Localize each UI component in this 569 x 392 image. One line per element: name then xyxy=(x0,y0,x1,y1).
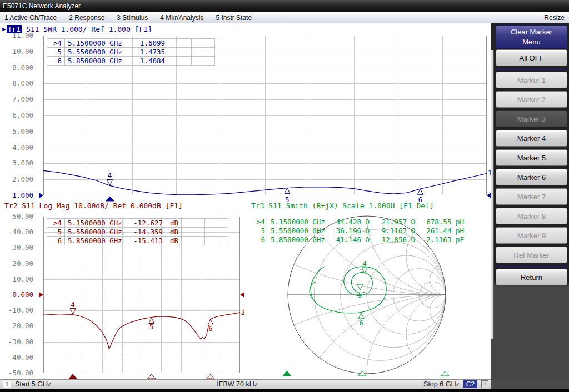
marker-cell-empty xyxy=(192,48,215,57)
axis-tick-label: 7.000 xyxy=(0,95,33,104)
marker-cell-empty xyxy=(182,228,205,237)
start-frequency-label[interactable]: Start 5 GHz xyxy=(15,380,51,388)
marker-cell: 9.1167 Ω xyxy=(372,226,418,235)
marker-cell-empty xyxy=(192,39,215,48)
softkey-marker-5[interactable]: Marker 5 xyxy=(496,149,567,166)
softkey-separator xyxy=(496,266,567,267)
marker-cell: 6 xyxy=(47,57,65,66)
marker-row: 65.8500000 GHz41.146 Ω-12.856 Ω2.1163 pF xyxy=(251,235,467,244)
marker-5: 5 xyxy=(357,284,363,299)
tr3-trace xyxy=(310,267,386,313)
marker-cell: 5.5500000 GHz xyxy=(65,48,129,57)
axis-tick-label: -20.00 xyxy=(0,321,33,330)
marker-cell-empty xyxy=(182,237,205,245)
svg-text:5: 5 xyxy=(149,323,153,331)
marker-cell-empty xyxy=(168,57,192,66)
stimulus-marker xyxy=(106,197,114,201)
marker-row: 65.8500000 GHz-15.413dB xyxy=(47,237,228,245)
window-bottom-edge xyxy=(0,389,569,392)
axis-tick-label: 30.00 xyxy=(0,243,33,252)
axis-tick-label: 1.000 xyxy=(0,191,33,200)
axis-tick-label: 2.000 xyxy=(0,175,33,184)
marker-cell: >4 xyxy=(251,217,268,226)
marker-cell: -15.413 xyxy=(129,237,166,245)
menu-resize[interactable]: Resize xyxy=(544,14,565,22)
ref-level-arrow-right xyxy=(487,193,491,198)
menu-bar: 1 Active Ch/Trace2 Response3 Stimulus4 M… xyxy=(0,12,569,23)
softkey-marker-6[interactable]: Marker 6 xyxy=(496,169,567,185)
axis-tick-label: -10.00 xyxy=(0,306,33,315)
marker-cell-empty xyxy=(168,39,192,48)
softkey-marker-4[interactable]: Marker 4 xyxy=(496,130,567,147)
svg-text:6: 6 xyxy=(359,319,363,327)
tr3-marker-table: >45.1500000 GHz44.420 Ω21.957 Ω678.55 pH… xyxy=(251,217,467,244)
marker-cell: 1.4735 xyxy=(129,48,168,57)
marker-6: 6 xyxy=(358,313,364,327)
marker-row: >45.1500000 GHz1.6099 xyxy=(47,39,215,48)
marker-cell-empty xyxy=(182,219,205,228)
softkey-marker-3[interactable]: Marker 3 xyxy=(496,110,567,127)
stimulus-marker xyxy=(69,374,77,379)
tr1-y-axis-labels: 11.0010.009.0008.0007.0006.0005.0004.000… xyxy=(0,33,37,200)
softkey-ref-marker[interactable]: Ref Marker xyxy=(496,247,567,263)
axis-tick-label: 50.00 xyxy=(0,212,33,221)
marker-cell: 5 xyxy=(47,48,65,57)
softkey-all-off[interactable]: All OFF xyxy=(496,49,567,66)
svg-text:4: 4 xyxy=(108,172,112,179)
axis-tick-label: 11.00 xyxy=(0,31,33,40)
marker-cell: dB xyxy=(166,237,182,245)
marker-cell: 5.8500000 GHz xyxy=(65,237,129,245)
stop-frequency-label[interactable]: Stop 6 GHz xyxy=(423,380,460,388)
window-titlebar[interactable]: E5071C Network Analyzer xyxy=(0,0,569,12)
softkey-marker-9[interactable]: Marker 9 xyxy=(496,227,567,244)
menu-item-1[interactable]: 1 Active Ch/Trace xyxy=(4,14,57,22)
marker-cell: dB xyxy=(166,228,182,237)
axis-tick-label: 4.000 xyxy=(0,143,33,152)
softkey-marker-1[interactable]: Marker 1 xyxy=(496,72,567,88)
ref-level-arrow-left xyxy=(39,193,43,198)
axis-tick-label: 40.00 xyxy=(0,228,33,237)
marker-cell: -14.359 xyxy=(129,228,166,237)
trace2-header[interactable]: Tr2 S11 Log Mag 10.00dB/ Ref 0.000dB [F1… xyxy=(4,201,183,210)
status-bar: 1 Start 5 GHz IFBW 70 kHz Stop 6 GHz C? … xyxy=(0,379,491,389)
softkey-marker-8[interactable]: Marker 8 xyxy=(496,208,567,224)
menu-item-5[interactable]: 5 Instr State xyxy=(216,14,252,22)
stimulus-marker xyxy=(148,374,156,379)
marker-5: 5 xyxy=(149,318,154,331)
trace1-params: S11 SWR 1.000/ Ref 1.000 [F1] xyxy=(22,25,152,33)
softkey-marker-2[interactable]: Marker 2 xyxy=(496,91,567,108)
marker-cell: dB xyxy=(166,219,182,228)
marker-cell: >4 xyxy=(47,39,65,48)
softkey-return[interactable]: Return xyxy=(496,269,567,285)
marker-cell: 5 xyxy=(47,228,65,237)
marker-cell-empty xyxy=(168,48,192,57)
marker-cell: 1.4084 xyxy=(129,57,168,66)
stimulus-marker xyxy=(207,374,214,379)
marker-cell: 5.5500000 GHz xyxy=(65,228,129,237)
svg-text:4: 4 xyxy=(71,301,74,309)
axis-tick-label: 5.000 xyxy=(0,127,33,136)
menu-item-4[interactable]: 4 Mkr/Analysis xyxy=(160,14,203,22)
ifbw-label[interactable]: IFBW 70 kHz xyxy=(217,380,258,388)
softkey-menu: Clear Marker MenuAll OFFMarker 1Marker 2… xyxy=(491,23,569,389)
svg-text:4: 4 xyxy=(362,260,366,268)
axis-tick-label: 6.000 xyxy=(0,111,33,120)
correction-status-badge: C? xyxy=(463,380,477,388)
marker-cell: 5.1500000 GHz xyxy=(268,217,330,226)
marker-cell: 21.957 Ω xyxy=(372,217,418,226)
marker-cell-empty xyxy=(205,219,228,228)
marker-cell: 5 xyxy=(251,226,268,235)
softkey-clear-marker-menu[interactable]: Clear Marker Menu xyxy=(496,25,567,49)
trace3-header[interactable]: Tr3 S11 Smith (R+jX) Scale 1.000U [F1 De… xyxy=(251,201,434,210)
svg-text:6: 6 xyxy=(208,325,212,333)
menu-item-2[interactable]: 2 Response xyxy=(69,14,104,22)
softkey-marker-7[interactable]: Marker 7 xyxy=(496,188,567,205)
status-bar-right-fill xyxy=(491,379,569,389)
softkey-panel-edge[interactable] xyxy=(491,50,494,339)
menu-item-3[interactable]: 3 Stimulus xyxy=(117,14,148,22)
svg-text:5: 5 xyxy=(358,292,362,299)
marker-cell: >4 xyxy=(47,219,65,228)
marker-4: 4 xyxy=(107,172,113,185)
axis-tick-label: -40.00 xyxy=(0,353,33,362)
tr1-marker-table: >45.1500000 GHz1.609955.5500000 GHz1.473… xyxy=(47,38,215,66)
